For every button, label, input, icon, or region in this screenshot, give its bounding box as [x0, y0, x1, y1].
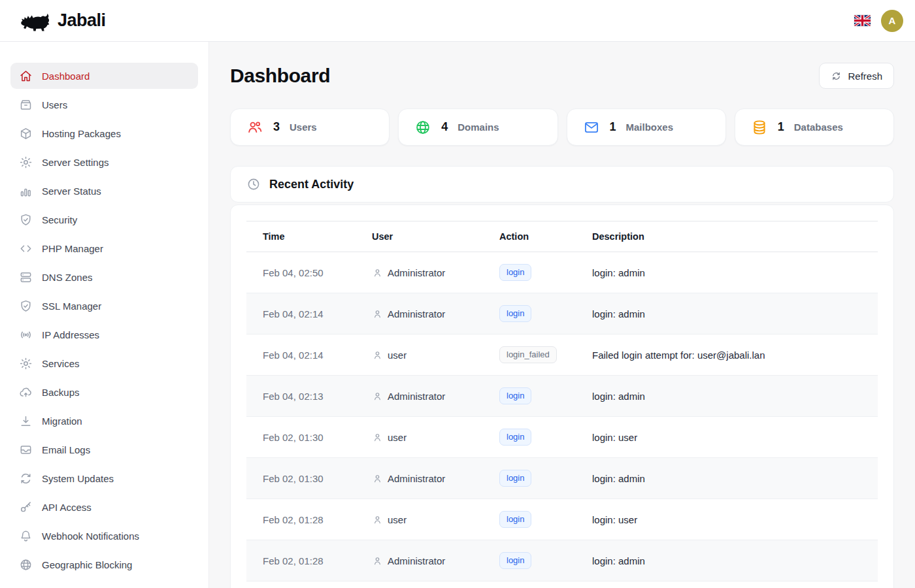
activity-table: TimeUserActionDescription Feb 04, 02:50 …	[246, 221, 878, 588]
activity-description: login: admin	[582, 293, 878, 335]
gear-icon	[19, 357, 33, 370]
sidebar-item-ssl-manager[interactable]: SSL Manager	[10, 293, 198, 319]
stat-card-databases[interactable]: 1 Databases	[735, 108, 894, 146]
sidebar-item-users[interactable]: Users	[10, 91, 198, 118]
person-icon	[372, 308, 383, 319]
action-badge: login	[499, 429, 531, 446]
activity-user: Administrator	[388, 555, 445, 566]
avatar[interactable]: A	[881, 10, 903, 32]
stat-label: Domains	[458, 122, 499, 133]
activity-user: user	[388, 514, 407, 525]
sidebar-item-api-access[interactable]: API Access	[10, 494, 198, 520]
stat-card-domains[interactable]: 4 Domains	[398, 108, 557, 146]
stat-label: Mailboxes	[626, 122, 674, 133]
stat-value: 1	[610, 120, 616, 134]
sidebar-item-dashboard[interactable]: Dashboard	[10, 63, 198, 89]
sidebar-item-system-updates[interactable]: System Updates	[10, 465, 198, 491]
activity-user: user	[388, 432, 407, 443]
bar-chart-icon	[19, 184, 33, 198]
activity-description: login: admin	[582, 252, 878, 293]
activity-description: login: admin	[582, 540, 878, 581]
activity-description: login: admin	[582, 581, 878, 588]
archive-icon	[19, 98, 33, 112]
sidebar-item-php-manager[interactable]: PHP Manager	[10, 235, 198, 261]
package-icon	[19, 127, 33, 140]
activity-time: Feb 02, 01:28	[246, 540, 361, 581]
inbox-icon	[19, 443, 33, 457]
sidebar-item-ip-addresses[interactable]: IP Addresses	[10, 321, 198, 348]
action-badge: login_failed	[499, 346, 557, 363]
sidebar-item-services[interactable]: Services	[10, 350, 198, 376]
sidebar-item-dns-zones[interactable]: DNS Zones	[10, 264, 198, 290]
sidebar-item-security[interactable]: Security	[10, 206, 198, 233]
users-icon	[246, 119, 263, 136]
refresh-button[interactable]: Refresh	[819, 63, 894, 89]
table-row: Feb 02, 01:28 Administrator login login:…	[246, 540, 878, 581]
sidebar-item-webhook-notifications[interactable]: Webhook Notifications	[10, 523, 198, 549]
code-icon	[19, 242, 33, 255]
sidebar-item-server-settings[interactable]: Server Settings	[10, 149, 198, 175]
stat-card-users[interactable]: 3 Users	[230, 108, 390, 146]
activity-time: Feb 02, 01:28	[246, 499, 361, 540]
gear-icon	[19, 155, 33, 169]
recent-activity-title: Recent Activity	[269, 178, 354, 191]
activity-description: login: user	[582, 499, 878, 540]
stat-value: 4	[441, 120, 448, 134]
sidebar-item-server-status[interactable]: Server Status	[10, 178, 198, 204]
activity-time: Feb 02, 01:30	[246, 458, 361, 499]
table-row: Feb 02, 01:26 Administrator login login:…	[246, 581, 878, 588]
key-icon	[19, 500, 33, 514]
column-header-time: Time	[246, 221, 361, 252]
brand-logo[interactable]: Jabali	[17, 10, 106, 32]
activity-user: Administrator	[388, 267, 445, 278]
sidebar-item-backups[interactable]: Backups	[10, 379, 198, 405]
person-icon	[372, 473, 383, 484]
activity-time: Feb 04, 02:50	[246, 252, 361, 293]
globe-icon	[19, 558, 33, 572]
stat-label: Databases	[794, 122, 843, 133]
server-stack-icon	[19, 270, 33, 284]
person-icon	[372, 432, 383, 443]
stat-card-mailboxes[interactable]: 1 Mailboxes	[567, 108, 726, 146]
table-row: Feb 02, 01:30 Administrator login login:…	[246, 458, 878, 499]
column-header-action: Action	[489, 221, 582, 252]
activity-description: login: admin	[582, 458, 878, 499]
stat-value: 3	[273, 120, 280, 134]
sidebar-item-hosting-packages[interactable]: Hosting Packages	[10, 120, 198, 146]
stats-row: 3 Users 4 Domains 1 Mailboxes 1 Database…	[230, 108, 894, 146]
brand-name: Jabali	[58, 10, 106, 31]
action-badge: login	[499, 387, 531, 404]
sidebar-item-geographic-blocking[interactable]: Geographic Blocking	[10, 551, 198, 578]
mail-icon	[583, 119, 600, 136]
activity-time: Feb 04, 02:14	[246, 293, 361, 335]
broadcast-icon	[19, 328, 33, 342]
table-row: Feb 04, 02:13 Administrator login login:…	[246, 376, 878, 417]
activity-time: Feb 04, 02:13	[246, 376, 361, 417]
bell-icon	[19, 529, 33, 543]
activity-description: login: user	[582, 417, 878, 458]
activity-time: Feb 02, 01:30	[246, 417, 361, 458]
action-badge: login	[499, 552, 531, 569]
action-badge: login	[499, 305, 531, 322]
shield-check-icon	[19, 213, 33, 227]
sidebar-item-migration[interactable]: Migration	[10, 408, 198, 434]
table-row: Feb 02, 01:30 user login login: user	[246, 417, 878, 458]
activity-user: Administrator	[388, 473, 445, 484]
activity-description: login: admin	[582, 376, 878, 417]
boar-logo-icon	[17, 10, 51, 32]
uk-flag-icon[interactable]	[854, 15, 871, 26]
table-row: Feb 04, 02:14 user login_failed Failed l…	[246, 335, 878, 376]
sidebar: Dashboard Users Hosting Packages Server …	[0, 42, 209, 588]
sync-icon	[19, 472, 33, 485]
page-title: Dashboard	[230, 63, 330, 88]
person-icon	[372, 350, 383, 361]
action-badge: login	[499, 264, 531, 281]
action-badge: login	[499, 470, 531, 487]
table-row: Feb 02, 01:28 user login login: user	[246, 499, 878, 540]
refresh-icon	[831, 71, 842, 82]
clock-icon	[246, 177, 261, 191]
topbar: Jabali A	[0, 0, 915, 42]
person-icon	[372, 514, 383, 525]
activity-time: Feb 04, 02:14	[246, 335, 361, 376]
sidebar-item-email-logs[interactable]: Email Logs	[10, 436, 198, 463]
